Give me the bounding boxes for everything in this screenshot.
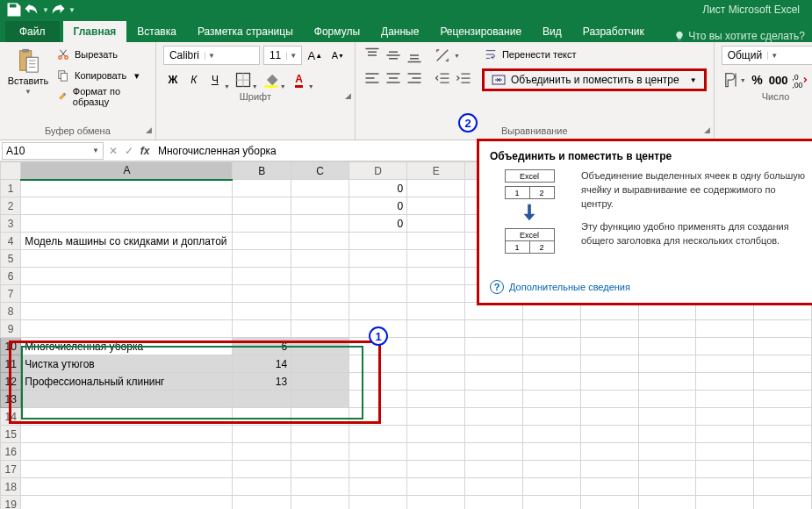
decrease-font-icon[interactable]: A▼ xyxy=(328,46,348,65)
svg-point-3 xyxy=(59,56,62,60)
row-18[interactable]: 18 xyxy=(1,478,21,496)
cancel-formula-icon[interactable]: ✕ xyxy=(105,142,121,160)
align-right-icon[interactable] xyxy=(405,68,424,88)
callout-1: 1 xyxy=(369,326,388,346)
col-E[interactable]: E xyxy=(407,162,465,180)
lightbulb-icon xyxy=(674,31,685,41)
help-icon: ? xyxy=(490,280,504,294)
align-bottom-icon[interactable] xyxy=(405,46,424,65)
window-title: Лист Microsoft Excel xyxy=(702,4,807,16)
row-11[interactable]: 11 xyxy=(1,355,21,373)
font-dialog-launcher[interactable]: ◢ xyxy=(345,91,351,100)
pagelayout-tab[interactable]: Разметка страницы xyxy=(187,21,304,42)
svg-rect-2 xyxy=(26,57,38,72)
align-left-icon[interactable] xyxy=(363,68,382,88)
col-C[interactable]: C xyxy=(291,162,349,180)
undo-dropdown[interactable]: ▼ xyxy=(42,6,49,14)
row-1[interactable]: 1 xyxy=(1,180,21,197)
number-group-label: Число xyxy=(762,91,790,102)
font-size-combo[interactable]: 11▼ xyxy=(263,46,302,65)
tooltip-more-link[interactable]: ? Дополнительные сведения xyxy=(490,280,806,294)
alignment-dialog-launcher[interactable]: ◢ xyxy=(704,125,710,134)
svg-rect-6 xyxy=(61,73,67,81)
row-3[interactable]: 3 xyxy=(1,215,21,233)
insert-tab[interactable]: Вставка xyxy=(126,21,187,42)
quick-access-toolbar: ▼ ▼ Лист Microsoft Excel xyxy=(0,0,812,19)
row-15[interactable]: 15 xyxy=(1,426,21,443)
ribbon-tabs: Файл Главная Вставка Разметка страницы Ф… xyxy=(0,19,812,42)
align-middle-icon[interactable] xyxy=(384,46,403,65)
row-7[interactable]: 7 xyxy=(1,285,21,303)
row-2[interactable]: 2 xyxy=(1,197,21,215)
tooltip-title: Объединить и поместить в центре xyxy=(490,150,806,162)
tooltip-diagram: Excel 12 Excel12 xyxy=(490,169,569,275)
review-tab[interactable]: Рецензирование xyxy=(429,21,532,42)
brush-icon xyxy=(57,90,68,103)
clipboard-dialog-launcher[interactable]: ◢ xyxy=(146,125,152,134)
orientation-icon xyxy=(434,47,451,64)
select-all-corner[interactable] xyxy=(1,162,21,180)
increase-font-icon[interactable]: A▲ xyxy=(305,46,325,65)
home-tab[interactable]: Главная xyxy=(63,21,127,42)
save-icon[interactable] xyxy=(5,1,23,18)
wrap-text-button[interactable]: Перенести текст xyxy=(482,46,707,63)
merge-dropdown[interactable]: ▼ xyxy=(685,76,697,84)
svg-point-4 xyxy=(65,56,68,60)
formulas-tab[interactable]: Формулы xyxy=(304,21,370,42)
percent-format-button[interactable]: % xyxy=(748,70,767,90)
copy-button[interactable]: Копировать▾ xyxy=(54,67,148,84)
row-16[interactable]: 16 xyxy=(1,443,21,461)
increase-indent-icon[interactable] xyxy=(454,68,473,88)
row-5[interactable]: 5 xyxy=(1,250,21,268)
row-8[interactable]: 8 xyxy=(1,303,21,320)
font-color-button[interactable]: A xyxy=(290,70,309,90)
border-icon xyxy=(234,71,252,89)
cut-button[interactable]: Вырезать xyxy=(54,46,148,63)
merge-center-tooltip: Объединить и поместить в центре Excel 12… xyxy=(477,139,812,305)
format-painter-button[interactable]: Формат по образцу xyxy=(54,88,148,105)
col-A[interactable]: A xyxy=(21,162,233,180)
col-B[interactable]: B xyxy=(233,162,291,180)
row-13[interactable]: 13 xyxy=(1,391,21,408)
scissors-icon xyxy=(57,48,69,61)
font-name-combo[interactable]: Calibri▼ xyxy=(163,46,260,65)
redo-icon[interactable] xyxy=(49,1,67,18)
italic-button[interactable]: К xyxy=(184,70,204,90)
font-group: Calibri▼ 11▼ A▲ A▼ Ж К Ч ▼ ▼ ▼ A ▼ Шрифт… xyxy=(156,42,356,140)
wrap-icon xyxy=(485,48,497,61)
enter-formula-icon[interactable]: ✓ xyxy=(121,142,137,160)
increase-decimal-icon[interactable]: ,0,00 xyxy=(790,70,809,90)
row-19[interactable]: 19 xyxy=(1,496,21,510)
row-6[interactable]: 6 xyxy=(1,268,21,285)
borders-button[interactable] xyxy=(234,70,253,90)
orientation-button[interactable] xyxy=(433,46,452,65)
qat-customize[interactable]: ▼ xyxy=(68,6,75,14)
align-top-icon[interactable] xyxy=(363,46,382,65)
tell-me[interactable]: Что вы хотите сделать? xyxy=(667,30,812,42)
align-center-icon[interactable] xyxy=(384,68,403,88)
accounting-format-icon[interactable] xyxy=(722,70,741,90)
view-tab[interactable]: Вид xyxy=(532,21,572,42)
row-10[interactable]: 10 xyxy=(1,338,21,355)
bold-button[interactable]: Ж xyxy=(163,70,183,90)
col-D[interactable]: D xyxy=(349,162,406,180)
file-tab[interactable]: Файл xyxy=(5,21,60,42)
name-box[interactable]: A10▼ xyxy=(2,142,104,160)
comma-format-button[interactable]: 000 xyxy=(769,70,788,90)
fill-color-button[interactable] xyxy=(262,70,281,90)
decrease-indent-icon[interactable] xyxy=(433,68,452,88)
underline-button[interactable]: Ч xyxy=(205,70,225,90)
undo-icon[interactable] xyxy=(23,1,40,18)
row-9[interactable]: 9 xyxy=(1,320,21,338)
developer-tab[interactable]: Разработчик xyxy=(572,21,655,42)
row-4[interactable]: 4 xyxy=(1,233,21,250)
row-17[interactable]: 17 xyxy=(1,461,21,478)
number-format-combo[interactable]: Общий▼ xyxy=(722,46,812,65)
data-tab[interactable]: Данные xyxy=(370,21,429,42)
row-12[interactable]: 12 xyxy=(1,373,21,391)
fx-icon[interactable]: fx xyxy=(137,142,153,160)
merge-center-button[interactable]: Объединить и поместить в центре ▼ xyxy=(482,68,707,91)
paste-button[interactable]: Вставить ▼ xyxy=(7,46,49,97)
row-14[interactable]: 14 xyxy=(1,408,21,426)
alignment-group: ▼ Перенести текст Объеди xyxy=(356,42,715,140)
